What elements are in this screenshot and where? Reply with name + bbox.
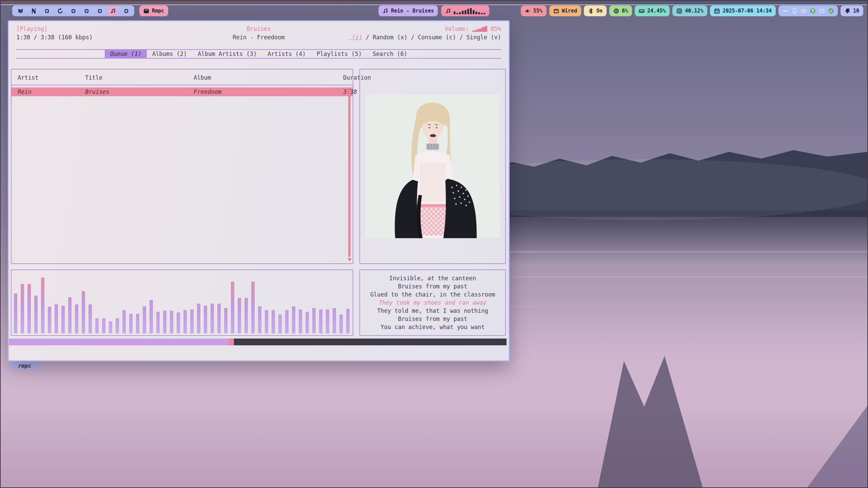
mustache-icon[interactable] [783,8,788,14]
visualizer-bar [244,298,248,333]
visualizer-bar [251,282,255,333]
window-icon[interactable] [42,6,52,15]
volume-widget[interactable]: 55% [521,5,547,16]
window-tag[interactable]: rmpc [9,361,40,370]
tab-album[interactable]: Album Artists (3) [192,50,262,58]
window-icon[interactable] [81,6,92,15]
visualizer-bar [299,309,302,333]
scrollbar-thumb[interactable] [348,92,351,257]
tab-playlists[interactable]: Playlists (5) [311,50,367,58]
cpu-value: 6% [622,8,628,14]
bluetooth-widget[interactable]: On [584,5,607,16]
bluetooth-value: On [596,8,603,14]
visualizer-bar [116,318,119,333]
visualizer-bar [319,309,322,333]
now-playing-label: Rein - Bruises [391,8,434,14]
mini-visualizer-bar [459,12,461,14]
queue-row[interactable]: ReinBruisesFreedoom3:38 [12,87,353,96]
cat-icon[interactable] [15,6,25,15]
mini-visualizer-bar [478,12,480,14]
disk-widget[interactable]: 40.12% [672,5,707,16]
visualizer-bar [109,321,112,333]
volume-value: 85% [491,25,501,32]
network-widget[interactable]: Wired [549,5,581,16]
disk-value: 40.12% [685,8,703,14]
visualizer-bar [183,310,187,333]
clock-widget[interactable]: 2025-07-06 14:34 [710,5,776,16]
window-outline-icon[interactable] [819,8,825,14]
ram-icon [639,8,645,14]
song-title: Bruises [246,25,271,32]
check-icon[interactable] [828,8,834,14]
mini-visualizer-bar [476,12,477,14]
lyric-line: Bruises from my past [398,315,468,323]
tab-artists[interactable]: Artists (4) [262,50,311,58]
notifications-pill[interactable]: 10 [841,5,863,16]
window-icon[interactable] [95,6,105,15]
progress-fill [9,339,229,345]
calendar-icon [714,8,720,14]
cpu-widget[interactable]: 6% [609,5,632,16]
visualizer-bar [27,284,31,333]
visualizer-bar [346,309,350,333]
lyric-line: Bruises from my past [398,282,468,290]
scroll-down-arrow[interactable] [348,258,352,261]
visualizer-bar [68,297,72,333]
tab-search[interactable]: Search (6) [367,50,413,58]
lyric-line: Glued to the chair, in the classroom [370,290,495,299]
tray-pill[interactable] [778,5,838,16]
volume-label: Volume: [445,25,469,32]
visualizer-bar [265,310,268,333]
queue-header-divider [12,85,353,85]
mode-toggles[interactable]: / Random (x) / Consume (c) / Single (v) [362,34,501,41]
visualizer-bar [88,304,92,333]
rmpc-window: [Playing] Bruises Volume: 85% 1:38 / 3:3… [8,20,510,361]
memory-widget[interactable]: 24.45% [635,5,670,16]
queue-scrollbar[interactable] [347,87,352,261]
visualizer-bar [75,304,78,333]
neovim-icon[interactable] [28,6,39,15]
visualizer-bar [102,318,105,333]
visualizer-bar [278,314,282,333]
progress-bar[interactable] [9,339,507,345]
elapsed-time: 1:38 / 3:38 (160 kbps) [16,34,233,41]
tab-albums[interactable]: Albums (2) [147,50,192,58]
player-status: [Playing] [16,25,246,32]
window-icon[interactable] [121,6,131,15]
visualizer-bar [61,306,65,333]
visualizer-bar [82,291,85,333]
visualizer-bar [150,300,153,333]
cell-album: Freedoom [194,88,343,95]
visualizer-bar [231,282,234,333]
visualizer-bar [14,293,17,333]
visualizer-pill[interactable] [441,5,490,16]
progress-thumb[interactable] [229,339,234,345]
music-icon[interactable] [108,6,118,15]
disk-icon [676,8,682,14]
cpu-icon [613,8,619,14]
refresh-icon[interactable] [55,6,65,15]
topbar-backdrop [0,0,868,4]
visualizer-bar [41,278,44,333]
visualizer-bar [34,296,38,333]
visualizer-bar [197,304,200,333]
ethernet-icon [553,8,559,14]
key-icon[interactable] [810,8,815,14]
volume-value: 55% [533,8,542,14]
network-value: Wired [562,8,577,14]
phone-icon[interactable] [792,8,797,14]
bluetooth-icon [588,8,594,14]
focused-app-pill[interactable]: Rmpc [139,5,168,16]
keyboard-icon[interactable] [801,8,806,14]
now-playing-pill[interactable]: Rein - Bruises [378,5,438,16]
visualizer-bar [55,304,58,333]
visualizer-bar [339,314,343,333]
cell-title: Bruises [85,88,194,95]
mini-visualizer-bar [454,12,456,14]
lyric-line: Invisible, at the canteen [389,274,476,282]
window-icon[interactable] [68,6,78,15]
tab-queue[interactable]: Queue (1) [105,50,147,58]
mini-visualizer-bar [457,13,458,14]
repeat-toggle[interactable]: (z) [349,34,362,41]
scroll-up-arrow[interactable] [348,87,352,90]
